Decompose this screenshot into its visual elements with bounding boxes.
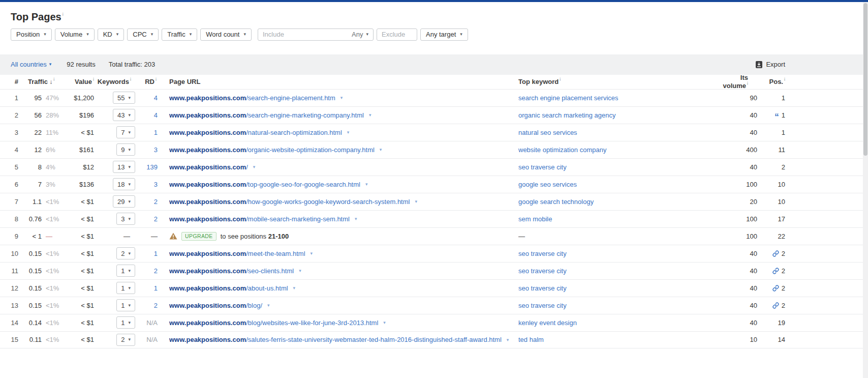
page-url-link[interactable]: www.peakpositions.com/	[169, 163, 248, 171]
keywords-dropdown[interactable]: 2▾	[116, 247, 135, 259]
page-url-link[interactable]: www.peakpositions.com/natural-search-opt…	[169, 129, 342, 136]
keywords-cell: 1▾	[94, 299, 135, 311]
rd-link[interactable]: 2	[154, 215, 158, 223]
page-url-link[interactable]: www.peakpositions.com/about-us.html	[169, 284, 288, 292]
keywords-dropdown[interactable]: 18▾	[113, 178, 135, 190]
page-url-link[interactable]: www.peakpositions.com/organic-website-op…	[169, 146, 375, 154]
rd-link[interactable]: 2	[154, 198, 158, 206]
filter-button-volume[interactable]: Volume▾	[55, 28, 95, 41]
top-keyword-link[interactable]: kenley event design	[518, 319, 577, 327]
keywords-dropdown[interactable]: 29▾	[113, 195, 135, 208]
keywords-dropdown[interactable]: 1▾	[116, 316, 135, 329]
any-target-dropdown[interactable]: Any target▾	[420, 28, 468, 41]
export-button[interactable]: Export	[756, 61, 785, 68]
page-url-link[interactable]: www.peakpositions.com/blog/	[169, 302, 262, 309]
filter-button-kd[interactable]: KD▾	[98, 28, 125, 41]
page-url-cell: www.peakpositions.com/organic-website-op…	[158, 146, 518, 154]
top-keyword-link[interactable]: google seo services	[518, 181, 577, 188]
vertical-scrollbar[interactable]	[863, 2, 868, 378]
url-expand-caret[interactable]: ▾	[383, 320, 386, 325]
filter-button-traffic[interactable]: Traffic▾	[162, 28, 197, 41]
rd-link[interactable]: 4	[154, 94, 158, 102]
keywords-dropdown[interactable]: 1▾	[116, 299, 135, 311]
keywords-dropdown[interactable]: 2▾	[116, 334, 135, 346]
url-expand-caret[interactable]: ▾	[340, 95, 343, 100]
page-url-link[interactable]: www.peakpositions.com/search-engine-plac…	[169, 94, 335, 102]
keywords-cell: 3▾	[94, 213, 135, 225]
url-expand-caret[interactable]: ▾	[253, 164, 256, 169]
top-keyword-link[interactable]: natural seo services	[518, 129, 577, 136]
rd-link[interactable]: 1	[154, 129, 158, 136]
rd-link[interactable]: 3	[154, 181, 158, 188]
filter-button-cpc[interactable]: CPC▾	[127, 28, 159, 41]
top-keyword-link[interactable]: seo traverse city	[518, 302, 567, 309]
column-header-value[interactable]: Valuei	[66, 77, 94, 85]
top-keyword-link[interactable]: sem mobile	[518, 215, 552, 223]
page-url-link[interactable]: www.peakpositions.com/blog/websites-we-l…	[169, 319, 378, 327]
countries-dropdown[interactable]: All countries▾	[11, 61, 51, 68]
keywords-dropdown[interactable]: 55▾	[113, 92, 135, 104]
url-expand-caret[interactable]: ▾	[311, 251, 313, 256]
column-header-keywords[interactable]: Keywordsi	[94, 77, 135, 85]
page-url-link[interactable]: www.peakpositions.com/salutes-ferris-sta…	[169, 336, 502, 343]
keywords-dropdown[interactable]: 13▾	[113, 161, 135, 173]
top-keyword-link[interactable]: seo traverse city	[518, 163, 567, 171]
traffic-value: 8	[18, 163, 42, 171]
column-header-its-volume[interactable]: Its volumei	[719, 74, 757, 90]
keywords-dropdown[interactable]: 1▾	[116, 265, 135, 277]
top-keyword-link[interactable]: website optimization company	[518, 146, 606, 154]
keywords-dropdown[interactable]: 3▾	[116, 213, 135, 225]
keywords-dropdown[interactable]: 43▾	[113, 109, 135, 121]
rd-link[interactable]: 2	[154, 267, 158, 275]
upgrade-badge[interactable]: UPGRADE	[181, 232, 216, 241]
url-expand-caret[interactable]: ▾	[347, 130, 350, 135]
page-url-cell: www.peakpositions.com/search-engine-mark…	[158, 111, 518, 119]
table-row: 120.15<1%< $11▾1www.peakpositions.com/ab…	[0, 279, 868, 297]
keywords-dropdown[interactable]: 7▾	[116, 126, 135, 138]
scrollbar-thumb[interactable]	[863, 3, 867, 156]
url-expand-caret[interactable]: ▾	[267, 303, 270, 308]
rd-link[interactable]: 3	[154, 146, 158, 154]
filter-button-word-count[interactable]: Word count▾	[200, 28, 252, 41]
keywords-cell: 55▾	[94, 92, 135, 104]
rd-link[interactable]: 1	[154, 250, 158, 257]
top-keyword-link[interactable]: seo traverse city	[518, 250, 567, 257]
top-keyword-link[interactable]: search engine placement services	[518, 94, 618, 102]
url-expand-caret[interactable]: ▾	[369, 112, 371, 118]
include-input[interactable]	[263, 31, 349, 38]
page-url-link[interactable]: www.peakpositions.com/how-google-works-g…	[169, 198, 410, 206]
column-header-rd[interactable]: RDi	[135, 77, 158, 85]
keywords-dropdown[interactable]: 9▾	[116, 143, 135, 156]
top-keyword-link[interactable]: seo traverse city	[518, 284, 567, 292]
top-keyword-link[interactable]: ted halm	[518, 336, 544, 343]
value-cell: < $1	[66, 129, 94, 136]
top-keyword-link[interactable]: seo traverse city	[518, 267, 567, 275]
top-keyword-link[interactable]: google search technology	[518, 198, 594, 206]
chevron-down-icon: ▾	[128, 113, 131, 118]
column-header-top-keyword[interactable]: Top keywordi	[518, 77, 719, 85]
url-expand-caret[interactable]: ▾	[293, 285, 296, 290]
filter-button-position[interactable]: Position▾	[11, 28, 52, 41]
url-expand-caret[interactable]: ▾	[355, 216, 357, 221]
rd-link[interactable]: 2	[154, 302, 158, 309]
url-expand-caret[interactable]: ▾	[380, 147, 382, 152]
url-expand-caret[interactable]: ▾	[365, 182, 368, 187]
url-expand-caret[interactable]: ▾	[415, 199, 417, 204]
top-keyword-link[interactable]: organic search marketing agency	[518, 111, 616, 119]
rd-link[interactable]: 4	[154, 111, 158, 119]
rd-link[interactable]: 1	[154, 284, 158, 292]
url-expand-caret[interactable]: ▾	[507, 337, 509, 342]
column-header-traffic[interactable]: Traffic ↓i	[18, 77, 66, 85]
page-url-link[interactable]: www.peakpositions.com/top-google-seo-for…	[169, 181, 360, 188]
rd-link[interactable]: 139	[146, 163, 158, 171]
page-url-link[interactable]: www.peakpositions.com/search-engine-mark…	[169, 111, 364, 119]
keywords-dropdown[interactable]: 1▾	[116, 282, 135, 294]
exclude-input[interactable]	[377, 28, 417, 41]
column-header-pos[interactable]: Pos.i	[757, 77, 785, 85]
page-url-link[interactable]: www.peakpositions.com/seo-clients.html	[169, 267, 294, 275]
page-url-link[interactable]: www.peakpositions.com/mobile-search-mark…	[169, 215, 350, 223]
url-expand-caret[interactable]: ▾	[299, 268, 301, 273]
include-mode-dropdown[interactable]: Any▾	[352, 31, 368, 38]
page-url-link[interactable]: www.peakpositions.com/meet-the-team.html	[169, 250, 305, 257]
column-header-page-url[interactable]: Page URL	[158, 78, 518, 85]
